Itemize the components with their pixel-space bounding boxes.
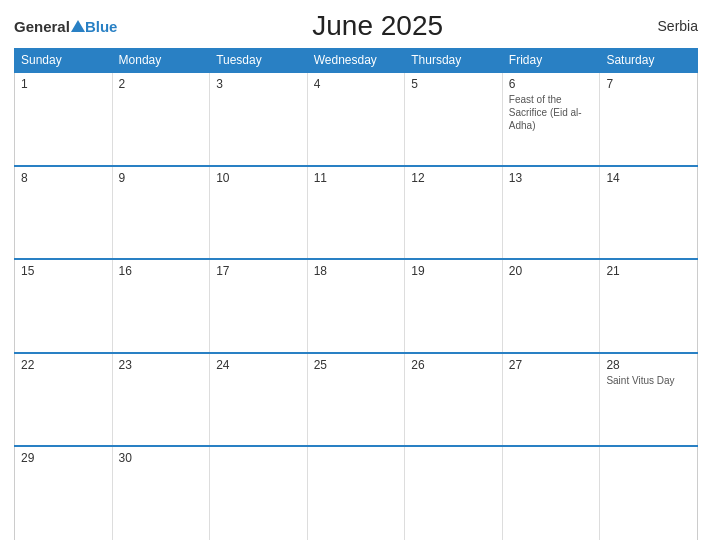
day-number: 20: [509, 264, 594, 278]
day-cell: 29: [15, 446, 113, 540]
calendar-title: June 2025: [117, 10, 638, 42]
day-cell: 5: [405, 72, 503, 166]
header: General Blue June 2025 Serbia: [14, 10, 698, 42]
day-number: 17: [216, 264, 301, 278]
day-number: 15: [21, 264, 106, 278]
day-cell: 22: [15, 353, 113, 447]
day-cell: 16: [112, 259, 210, 353]
day-cell: [600, 446, 698, 540]
day-number: 14: [606, 171, 691, 185]
day-cell: 20: [502, 259, 600, 353]
day-number: 3: [216, 77, 301, 91]
calendar-table: Sunday Monday Tuesday Wednesday Thursday…: [14, 48, 698, 540]
day-cell: 18: [307, 259, 405, 353]
day-cell: 17: [210, 259, 308, 353]
day-number: 23: [119, 358, 204, 372]
header-friday: Friday: [502, 49, 600, 73]
day-number: 25: [314, 358, 399, 372]
day-number: 6: [509, 77, 594, 91]
day-cell: 26: [405, 353, 503, 447]
day-cell: 28Saint Vitus Day: [600, 353, 698, 447]
week-row-2: 891011121314: [15, 166, 698, 260]
day-cell: 13: [502, 166, 600, 260]
calendar-page: General Blue June 2025 Serbia Sunday Mon…: [0, 0, 712, 550]
day-cell: 14: [600, 166, 698, 260]
day-number: 30: [119, 451, 204, 465]
day-number: 9: [119, 171, 204, 185]
day-cell: [307, 446, 405, 540]
day-number: 28: [606, 358, 691, 372]
header-thursday: Thursday: [405, 49, 503, 73]
country-label: Serbia: [638, 18, 698, 34]
day-cell: 25: [307, 353, 405, 447]
day-cell: 12: [405, 166, 503, 260]
day-number: 22: [21, 358, 106, 372]
day-cell: 6Feast of the Sacrifice (Eid al-Adha): [502, 72, 600, 166]
day-number: 27: [509, 358, 594, 372]
week-row-4: 22232425262728Saint Vitus Day: [15, 353, 698, 447]
day-number: 2: [119, 77, 204, 91]
day-number: 24: [216, 358, 301, 372]
day-number: 7: [606, 77, 691, 91]
day-number: 29: [21, 451, 106, 465]
day-cell: 4: [307, 72, 405, 166]
day-number: 10: [216, 171, 301, 185]
day-cell: 1: [15, 72, 113, 166]
day-header-row: Sunday Monday Tuesday Wednesday Thursday…: [15, 49, 698, 73]
day-number: 21: [606, 264, 691, 278]
day-cell: 24: [210, 353, 308, 447]
day-cell: 21: [600, 259, 698, 353]
week-row-5: 2930: [15, 446, 698, 540]
header-monday: Monday: [112, 49, 210, 73]
header-sunday: Sunday: [15, 49, 113, 73]
logo: General Blue: [14, 19, 117, 34]
day-cell: 30: [112, 446, 210, 540]
day-number: 1: [21, 77, 106, 91]
logo-blue-text: Blue: [85, 19, 118, 34]
day-cell: 11: [307, 166, 405, 260]
day-number: 12: [411, 171, 496, 185]
header-tuesday: Tuesday: [210, 49, 308, 73]
logo-general-text: General: [14, 19, 70, 34]
day-number: 13: [509, 171, 594, 185]
day-number: 5: [411, 77, 496, 91]
day-cell: 27: [502, 353, 600, 447]
header-saturday: Saturday: [600, 49, 698, 73]
holiday-text: Saint Vitus Day: [606, 375, 674, 386]
week-row-1: 123456Feast of the Sacrifice (Eid al-Adh…: [15, 72, 698, 166]
day-number: 4: [314, 77, 399, 91]
day-cell: 15: [15, 259, 113, 353]
day-cell: 7: [600, 72, 698, 166]
day-cell: 2: [112, 72, 210, 166]
day-cell: 8: [15, 166, 113, 260]
day-cell: [502, 446, 600, 540]
week-row-3: 15161718192021: [15, 259, 698, 353]
day-number: 8: [21, 171, 106, 185]
day-number: 19: [411, 264, 496, 278]
day-cell: [405, 446, 503, 540]
day-cell: 19: [405, 259, 503, 353]
day-number: 18: [314, 264, 399, 278]
day-number: 26: [411, 358, 496, 372]
day-cell: 3: [210, 72, 308, 166]
day-cell: 9: [112, 166, 210, 260]
day-cell: 10: [210, 166, 308, 260]
logo-triangle-icon: [71, 20, 85, 32]
holiday-text: Feast of the Sacrifice (Eid al-Adha): [509, 94, 582, 131]
day-number: 16: [119, 264, 204, 278]
header-wednesday: Wednesday: [307, 49, 405, 73]
day-number: 11: [314, 171, 399, 185]
day-cell: [210, 446, 308, 540]
day-cell: 23: [112, 353, 210, 447]
